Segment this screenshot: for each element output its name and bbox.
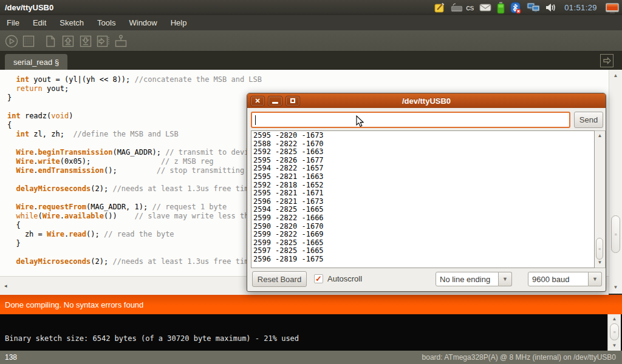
- send-button[interactable]: Send: [574, 112, 603, 128]
- serial-send-input[interactable]: [251, 112, 570, 128]
- keyboard-layout-label[interactable]: cs: [466, 3, 474, 12]
- minimize-button[interactable]: [268, 96, 282, 106]
- grip-icon: ≡: [598, 248, 601, 250]
- session-icon[interactable]: [605, 1, 620, 15]
- serial-monitor-button[interactable]: [113, 33, 129, 49]
- serial-window-title: /dev/ttyUSB0: [247, 96, 606, 106]
- line-ending-select[interactable]: No line ending: [436, 272, 499, 286]
- tab-serial-read[interactable]: serial_read §: [5, 54, 67, 70]
- board-info: board: ATmega328P(A) @ 8 MHz (internal) …: [422, 353, 622, 362]
- mouse-cursor: [356, 115, 364, 127]
- line-number: 138: [0, 353, 17, 362]
- console-scrollbar-thumb[interactable]: ≡: [610, 323, 619, 340]
- top-panel: /dev/ttyUSB0 cs 01:51:: [0, 0, 622, 15]
- close-icon: ✕: [255, 98, 260, 104]
- volume-icon[interactable]: [545, 1, 556, 15]
- toolbar: [0, 30, 622, 52]
- menu-sketch[interactable]: Sketch: [53, 16, 91, 30]
- serial-window-titlebar[interactable]: ✕ /dev/ttyUSB0: [247, 93, 606, 108]
- scroll-down-icon[interactable]: ▼: [595, 258, 605, 267]
- serial-output: 2595 -2820 -16732588 -2822 -16702592 -28…: [251, 131, 594, 265]
- menu-file[interactable]: File: [0, 16, 26, 30]
- mail-icon[interactable]: [479, 1, 491, 15]
- maximize-button[interactable]: [285, 96, 300, 106]
- verify-button[interactable]: [4, 33, 19, 49]
- keyboard-layout-icon[interactable]: [451, 1, 463, 15]
- new-sketch-button[interactable]: [43, 33, 58, 49]
- serial-scrollbar[interactable]: ▲ ≡ ▼: [595, 130, 606, 268]
- reset-board-button[interactable]: Reset Board: [252, 271, 307, 287]
- grip-icon: ≡: [614, 234, 617, 235]
- save-sketch-button[interactable]: [78, 33, 94, 49]
- active-window-title: /dev/ttyUSB0: [0, 3, 53, 12]
- scroll-up-icon[interactable]: ▲: [609, 72, 622, 80]
- editor-scrollbar-thumb[interactable]: ≡: [611, 215, 620, 253]
- tab-bar: serial_read §: [0, 52, 622, 70]
- scroll-down-icon[interactable]: ▼: [609, 283, 622, 292]
- close-button[interactable]: ✕: [250, 96, 265, 106]
- note-icon[interactable]: [434, 1, 445, 15]
- menu-help[interactable]: Help: [164, 16, 194, 30]
- minimize-icon: [272, 102, 278, 104]
- check-icon: ✓: [315, 275, 322, 283]
- scroll-up-icon[interactable]: ▲: [608, 315, 621, 323]
- console[interactable]: Binary sketch size: 6542 bytes (of a 307…: [0, 314, 622, 351]
- baud-dropdown-icon[interactable]: ▼: [589, 272, 602, 286]
- battery-icon[interactable]: [497, 1, 505, 15]
- menu-tools[interactable]: Tools: [91, 16, 122, 30]
- network-icon[interactable]: [527, 1, 540, 15]
- bottom-status-strip: 138 board: ATmega328P(A) @ 8 MHz (intern…: [0, 351, 622, 364]
- scroll-down-icon[interactable]: ▼: [608, 342, 621, 350]
- status-message: Done compiling. No syntax errors found: [0, 300, 143, 309]
- scroll-left-icon[interactable]: ◂: [4, 283, 7, 289]
- editor-vertical-scrollbar[interactable]: ▲ ≡ ▼: [609, 70, 622, 294]
- open-sketch-button[interactable]: [60, 33, 76, 49]
- serial-controls: Reset Board ✓ Autoscroll No line ending …: [247, 271, 606, 289]
- text-caret: [255, 115, 256, 125]
- autoscroll-label: Autoscroll: [327, 274, 362, 283]
- console-scrollbar[interactable]: ▲ ≡ ▼: [607, 314, 621, 351]
- status-bar: Done compiling. No syntax errors found: [0, 295, 622, 314]
- menu-window[interactable]: Window: [122, 16, 163, 30]
- console-output: Binary sketch size: 6542 bytes (of a 307…: [5, 334, 299, 343]
- grip-icon: ≡: [613, 331, 615, 333]
- clock[interactable]: 01:51:29: [562, 3, 600, 12]
- menubar: File Edit Sketch Tools Window Help: [0, 15, 622, 30]
- line-ending-dropdown-icon[interactable]: ▼: [499, 272, 512, 286]
- serial-monitor-window: ✕ /dev/ttyUSB0 Send 2595 -2820 -16732588…: [247, 93, 606, 292]
- scroll-up-icon[interactable]: ▲: [595, 132, 605, 140]
- upload-button[interactable]: [95, 33, 111, 49]
- baud-select[interactable]: 9600 baud: [528, 272, 589, 286]
- system-tray: cs 01:51:29: [434, 1, 622, 15]
- bluetooth-icon[interactable]: [510, 1, 521, 15]
- stop-button[interactable]: [21, 33, 36, 49]
- maximize-icon: [290, 98, 295, 103]
- desktop: /dev/ttyUSB0 cs 01:51:: [0, 0, 622, 364]
- tab-menu-button[interactable]: [600, 54, 613, 67]
- autoscroll-checkbox[interactable]: ✓: [314, 274, 323, 283]
- menu-edit[interactable]: Edit: [26, 16, 53, 30]
- serial-scrollbar-thumb[interactable]: ≡: [596, 238, 603, 260]
- serial-output-area[interactable]: 2595 -2820 -16732588 -2822 -16702592 -28…: [251, 130, 595, 268]
